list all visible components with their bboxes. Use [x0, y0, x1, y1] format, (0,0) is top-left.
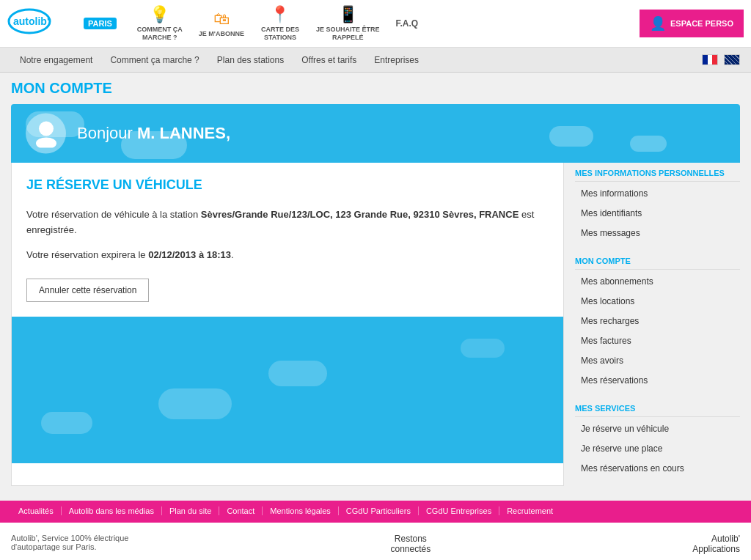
sidebar-link-reservations-en-cours[interactable]: Mes réservations en cours [575, 459, 740, 479]
svg-text:autolib': autolib' [13, 15, 49, 27]
sidebar-section-title-infos: MES INFORMATIONS PERSONNELLES [575, 163, 740, 182]
sidebar-link-mes-informations[interactable]: Mes informations [575, 184, 740, 204]
footer-bottom-center: Restonsconnectés [391, 534, 431, 554]
nav-label-rappel: JE SOUHAITE ÊTRERAPPELÉ [316, 26, 380, 42]
logo-text: autolib' [7, 21, 81, 40]
reserve-title: JE RÉSERVE UN VÉHICULE [26, 177, 549, 193]
sidebar-link-mes-identifiants[interactable]: Mes identifiants [575, 204, 740, 224]
sidebar-section-mes-services: MES SERVICES Je réserve un véhicule Je r… [575, 398, 740, 479]
nav-item-carte[interactable]: 📍 CARTE DESSTATIONS [254, 2, 306, 45]
svg-point-3 [36, 137, 56, 147]
nav-label-abonne: JE M'ABONNE [199, 30, 244, 38]
sidebar-section-title-compte: MON COMPTE [575, 251, 740, 270]
sidebar-section-mon-compte: MON COMPTE Mes abonnements Mes locations… [575, 251, 740, 391]
sidebar-link-reserve-vehicule[interactable]: Je réserve un véhicule [575, 419, 740, 439]
top-nav: autolib' PARIS 💡 COMMENT ÇAMARCHE ? 🛍 JE… [0, 0, 751, 48]
footer-bottom: Autolib', Service 100% électriqued'autop… [0, 521, 751, 560]
footer-link-actualites[interactable]: Actualités [11, 506, 62, 515]
sidebar-link-mes-recharges[interactable]: Mes recharges [575, 312, 740, 331]
blue-banner: Bonjour M. LANNES, [11, 104, 740, 163]
top-nav-items: 💡 COMMENT ÇAMARCHE ? 🛍 JE M'ABONNE 📍 CAR… [131, 2, 640, 45]
user-icon: 👤 [650, 15, 666, 32]
bag-icon: 🛍 [213, 10, 230, 29]
sidebar-link-reserve-place[interactable]: Je réserve une place [575, 439, 740, 459]
nav-item-rappel[interactable]: 📱 JE SOUHAITE ÊTRERAPPELÉ [310, 2, 386, 45]
footer-link-mentions[interactable]: Mentions légales [263, 506, 339, 515]
sidebar-link-mes-reservations[interactable]: Mes réservations [575, 371, 740, 391]
footer-restons-connectes: Restonsconnectés [391, 534, 431, 554]
footer-link-cgdu-particuliers[interactable]: CGdU Particuliers [339, 506, 419, 515]
sidebar-section-title-services: MES SERVICES [575, 398, 740, 417]
footer-tagline: Autolib', Service 100% électriqued'autop… [11, 534, 128, 551]
avatar-svg [34, 119, 58, 147]
sidebar-link-mes-abonnements[interactable]: Mes abonnements [575, 272, 740, 292]
map-icon: 📍 [270, 5, 290, 24]
flag-area [702, 54, 740, 65]
page-body: MON COMPTE Bonjour M. LANNES, JE RÉSERVE… [0, 73, 751, 493]
footer-link-plan[interactable]: Plan du site [162, 506, 219, 515]
cloud-2 [549, 126, 593, 147]
espace-perso-label: ESPACE PERSO [670, 19, 733, 28]
footer-nav: Actualités Autolib dans les médias Plan … [0, 501, 751, 521]
cloud-7 [461, 339, 505, 358]
nav-label-comment: COMMENT ÇAMARCHE ? [137, 26, 183, 42]
expiry-text: Votre réservation expirera le 02/12/2013… [26, 249, 549, 260]
sec-nav-offres[interactable]: Offres et tarifs [293, 51, 365, 70]
nav-item-comment[interactable]: 💡 COMMENT ÇAMARCHE ? [131, 2, 188, 45]
sidebar: MES INFORMATIONS PERSONNELLES Mes inform… [564, 163, 740, 486]
logo: autolib' [7, 7, 81, 40]
sidebar-link-mes-avoirs[interactable]: Mes avoirs [575, 351, 740, 371]
cloud-6 [158, 388, 232, 419]
nav-label-carte: CARTE DESSTATIONS [261, 26, 299, 42]
lightbulb-icon: 💡 [150, 5, 169, 24]
page-title: MON COMPTE [11, 80, 740, 97]
footer-link-recrutement[interactable]: Recrutement [499, 506, 560, 515]
sidebar-link-mes-factures[interactable]: Mes factures [575, 331, 740, 351]
footer-applications: Autolib'Applications [692, 534, 740, 554]
nav-item-faq[interactable]: F.A.Q [389, 15, 424, 32]
reservation-text: Votre réservation de véhicule à la stati… [26, 207, 549, 238]
secondary-nav: Notre engagement Comment ça marche ? Pla… [0, 48, 751, 73]
phone-icon: 📱 [338, 5, 358, 24]
sec-nav-entreprises[interactable]: Entreprises [365, 51, 428, 70]
avatar [26, 114, 66, 154]
footer-bottom-right: Autolib'Applications [692, 534, 740, 554]
sec-nav-engagement[interactable]: Notre engagement [11, 51, 101, 70]
cancel-reservation-button[interactable]: Annuler cette réservation [26, 279, 149, 302]
main-layout: JE RÉSERVE UN VÉHICULE Votre réservation… [11, 163, 740, 486]
flag-en[interactable] [724, 54, 740, 65]
sec-nav-plan[interactable]: Plan des stations [208, 51, 293, 70]
sidebar-section-infos-perso: MES INFORMATIONS PERSONNELLES Mes inform… [575, 163, 740, 243]
sidebar-link-mes-messages[interactable]: Mes messages [575, 224, 740, 243]
paris-badge: PARIS [84, 18, 117, 29]
footer-link-medias[interactable]: Autolib dans les médias [62, 506, 162, 515]
cloud-8 [268, 361, 327, 386]
sec-nav-comment[interactable]: Comment ça marche ? [101, 51, 208, 70]
espace-perso-button[interactable]: 👤 ESPACE PERSO [640, 10, 744, 37]
svg-point-2 [39, 121, 54, 136]
footer-bottom-left: Autolib', Service 100% électriqued'autop… [11, 534, 128, 551]
content-area: JE RÉSERVE UN VÉHICULE Votre réservation… [11, 163, 564, 486]
blue-bottom-area [12, 317, 563, 463]
footer-link-cgdu-entreprises[interactable]: CGdU Entreprises [419, 506, 499, 515]
flag-fr[interactable] [702, 54, 718, 65]
cloud-3 [121, 131, 187, 159]
cloud-5 [41, 412, 92, 434]
nav-item-abonne[interactable]: 🛍 JE M'ABONNE [193, 7, 250, 41]
sidebar-link-mes-locations[interactable]: Mes locations [575, 292, 740, 312]
footer-link-contact[interactable]: Contact [219, 506, 263, 515]
cloud-4 [630, 136, 667, 152]
logo-area: autolib' PARIS [7, 7, 117, 40]
logo-svg: autolib' [7, 7, 81, 36]
